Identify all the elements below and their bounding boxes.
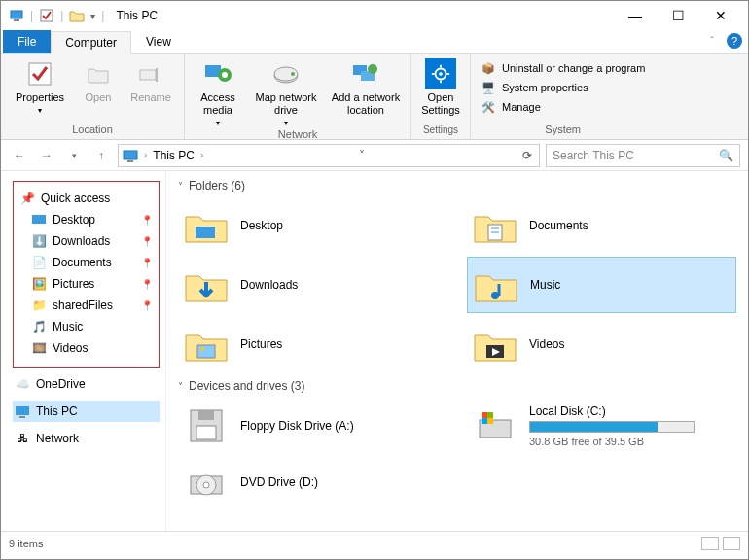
map-drive-button[interactable]: Map network drive▾ (251, 58, 321, 128)
crumb-thispc[interactable]: This PC (153, 149, 195, 162)
sidebar-item-videos[interactable]: 🎞️Videos (18, 337, 155, 359)
svg-rect-0 (11, 11, 22, 18)
group-location: Properties▾ Open Rename Location (1, 54, 185, 139)
sidebar-thispc[interactable]: This PC (13, 401, 160, 422)
chevron-right-icon[interactable]: › (144, 150, 147, 160)
music-icon (474, 265, 518, 304)
tools-icon: 🛠️ (481, 99, 496, 115)
sidebar-item-documents[interactable]: 📄Documents📍 (18, 252, 155, 273)
help-icon[interactable]: ? (727, 33, 742, 49)
forward-button[interactable]: → (36, 145, 57, 166)
separator-icon: | (30, 9, 33, 22)
sidebar-onedrive[interactable]: ☁️OneDrive (13, 373, 160, 395)
pin-icon: 📍 (141, 300, 153, 311)
download-icon: ⬇️ (31, 233, 47, 249)
svg-point-44 (203, 482, 209, 488)
sidebar-quick-access[interactable]: 📌Quick access (18, 188, 155, 209)
network-icon: 🖧 (15, 431, 30, 446)
ribbon-tabs: File Computer View ˆ ? (1, 30, 748, 54)
tiles-view-button[interactable] (723, 537, 740, 550)
rename-button[interactable]: Rename (127, 58, 174, 104)
picture-icon: 🖼️ (31, 276, 47, 292)
folder-desktop[interactable]: Desktop (178, 198, 447, 253)
tab-computer[interactable]: Computer (51, 31, 131, 54)
quick-access-toolbar: | | ▾ | (5, 8, 106, 23)
maximize-button[interactable]: ☐ (666, 4, 690, 27)
details-view-button[interactable] (701, 537, 719, 550)
search-box[interactable]: Search This PC 🔍 (546, 144, 740, 167)
access-media-button[interactable]: Access media▾ (195, 58, 241, 128)
close-button[interactable]: ✕ (709, 4, 732, 27)
dvd-icon (184, 463, 229, 502)
svg-rect-24 (16, 406, 29, 415)
folder-downloads[interactable]: Downloads (178, 257, 447, 313)
drive-name: Local Disk (C:) (529, 404, 695, 418)
section-drives-header[interactable]: ˅Devices and drives (3) (178, 379, 736, 393)
chevron-right-icon[interactable]: › (200, 150, 203, 160)
drive-dvd[interactable]: DVD Drive (D:) (178, 457, 447, 508)
documents-icon (473, 206, 517, 245)
add-location-button[interactable]: Add a network location (331, 58, 401, 117)
search-placeholder: Search This PC (553, 149, 634, 162)
item-count: 9 items (9, 538, 43, 549)
sidebar-item-sharedfiles[interactable]: 📁sharedFiles📍 (18, 295, 155, 316)
gear-icon (425, 58, 456, 89)
pc-icon[interactable] (9, 8, 24, 23)
properties-button[interactable]: Properties▾ (11, 58, 69, 116)
group-label: Network (195, 128, 401, 142)
sidebar-item-downloads[interactable]: ⬇️Downloads📍 (18, 230, 155, 252)
up-button[interactable]: ↑ (90, 145, 112, 166)
drive-icon (270, 58, 302, 89)
star-icon: 📌 (19, 191, 35, 206)
recent-button[interactable]: ▾ (63, 145, 85, 166)
content-pane: ˅Folders (6) Desktop Documents Downloads… (166, 171, 748, 531)
chevron-down-icon[interactable]: ▾ (90, 11, 95, 21)
document-icon: 📄 (31, 255, 47, 270)
svg-rect-25 (19, 416, 25, 418)
tab-view[interactable]: View (131, 30, 186, 53)
checkbox-icon (24, 58, 55, 89)
separator-icon: | (101, 9, 104, 22)
folder-music[interactable]: Music (467, 257, 736, 313)
folder-pictures[interactable]: Pictures (178, 317, 447, 371)
minimize-button[interactable]: — (624, 4, 647, 27)
main-area: 📌Quick access Desktop📍 ⬇️Downloads📍 📄Doc… (1, 171, 748, 531)
properties-icon[interactable] (39, 8, 54, 23)
svg-point-8 (222, 72, 228, 78)
sidebar-item-pictures[interactable]: 🖼️Pictures📍 (18, 273, 155, 295)
svg-rect-5 (156, 68, 158, 82)
back-button[interactable]: ← (9, 145, 30, 166)
title-bar: | | ▾ | This PC — ☐ ✕ (1, 1, 748, 30)
group-label: Settings (417, 124, 464, 137)
sidebar-item-music[interactable]: 🎵Music (18, 316, 155, 337)
separator-icon: | (60, 9, 63, 22)
refresh-icon[interactable]: ⟳ (519, 148, 535, 163)
window-title: This PC (116, 9, 158, 22)
chevron-down-icon: ˅ (178, 181, 183, 192)
sidebar-item-desktop[interactable]: Desktop📍 (18, 209, 155, 230)
sidebar-network[interactable]: 🖧Network (13, 428, 160, 449)
uninstall-button[interactable]: 📦Uninstall or change a program (481, 60, 645, 76)
open-settings-button[interactable]: Open Settings (417, 58, 464, 117)
system-props-button[interactable]: 🖥️System properties (481, 80, 588, 95)
section-folders-header[interactable]: ˅Folders (6) (178, 179, 736, 192)
group-network: Access media▾ Map network drive▾ Add a n… (185, 54, 411, 139)
videos-icon (473, 325, 517, 364)
svg-point-32 (200, 347, 204, 351)
usage-bar (529, 421, 695, 433)
folder-videos[interactable]: Videos (467, 317, 736, 371)
collapse-ribbon-icon[interactable]: ˆ (710, 36, 713, 47)
box-icon: 📦 (481, 60, 496, 76)
pin-icon: 📍 (141, 258, 153, 268)
new-folder-icon[interactable] (69, 8, 85, 23)
group-label: System (481, 123, 645, 137)
drive-local-c[interactable]: Local Disk (C:) 30.8 GB free of 39.5 GB (467, 399, 736, 453)
dropdown-icon[interactable]: ˅ (354, 148, 370, 163)
group-label: Location (11, 123, 174, 137)
drive-floppy[interactable]: Floppy Disk Drive (A:) (178, 399, 447, 453)
folder-documents[interactable]: Documents (467, 198, 736, 253)
tab-file[interactable]: File (3, 30, 51, 53)
manage-button[interactable]: 🛠️Manage (481, 99, 541, 115)
open-button[interactable]: Open (79, 58, 118, 104)
address-bar[interactable]: › This PC › ˅ ⟳ (118, 144, 540, 167)
